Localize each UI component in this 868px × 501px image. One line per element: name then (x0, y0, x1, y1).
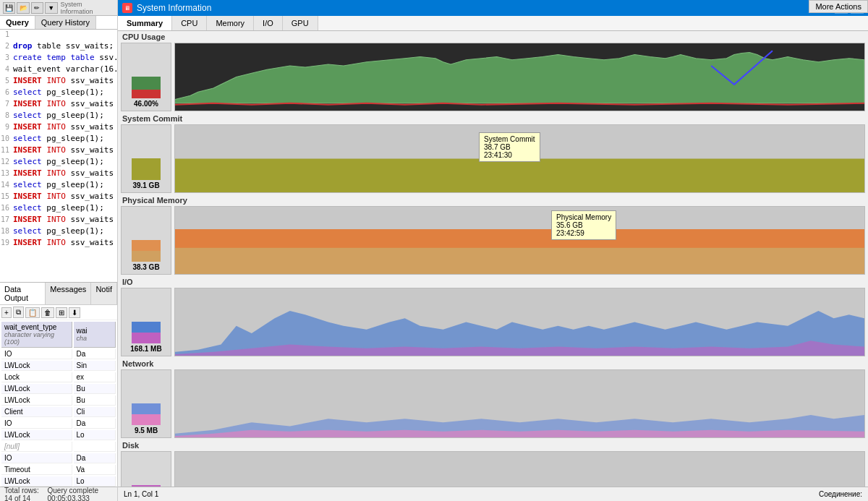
table-row: LWLockLo (1, 476, 116, 487)
filter-btn[interactable]: ▼ (45, 2, 57, 14)
download-btn[interactable]: ⬇ (69, 307, 80, 318)
code-editor[interactable]: 1 2drop table ssv_waits; 3create temp ta… (0, 30, 117, 282)
limit-label: System Information (61, 1, 115, 15)
cpu-value: 46.00% (134, 100, 158, 108)
query-tabs: Query Query History (0, 16, 117, 30)
app-icon: 🖥 (122, 3, 132, 13)
cell-type: LWLock (1, 384, 72, 394)
filter2-btn[interactable]: ⊞ (56, 307, 67, 318)
system-commit-section: System Commit 39.1 GB System Commit (118, 113, 868, 193)
editor-toolbar: 💾 📂 ✏ ▼ System Information (0, 0, 117, 16)
cell-type: Timeout (1, 465, 72, 475)
network-value: 9.5 MB (135, 427, 158, 434)
cell-wait: Sin (74, 361, 116, 371)
cell-type: LWLock (1, 361, 72, 371)
pencil-btn[interactable]: ✏ (31, 2, 43, 14)
more-actions-btn[interactable]: More Actions (809, 0, 868, 13)
table-row: ClientCli (1, 407, 116, 417)
paste-btn[interactable]: 📋 (25, 307, 40, 318)
physical-memory-tooltip: Physical Memory 35.6 GB 23:42:59 (551, 210, 616, 240)
table-row: IODa (1, 419, 116, 429)
network-section: Network 9.5 MB (118, 358, 868, 438)
sysinfo-title: System Information (137, 3, 211, 13)
col-header-name: wait_event_type (4, 323, 69, 331)
tab-summary[interactable]: Summary (118, 16, 172, 30)
col-header-subtype2: cha (77, 335, 112, 342)
svg-rect-2 (175, 159, 864, 193)
cpu-label: CPU Usage (118, 31, 868, 43)
save-btn[interactable]: 💾 (3, 2, 15, 14)
system-commit-legend: 39.1 GB (121, 124, 171, 193)
cpu-color-box (132, 77, 161, 98)
tab-cpu[interactable]: CPU (172, 16, 207, 30)
system-commit-value: 39.1 GB (132, 181, 159, 189)
physical-memory-value: 38.3 GB (132, 263, 159, 271)
data-toolbar: + ⧉ 📋 🗑 ⊞ ⬇ (0, 305, 117, 320)
table-row: LWLockSin (1, 361, 116, 371)
query-status: Query complete 00:05:03.333 (48, 487, 113, 502)
network-chart-area (174, 369, 865, 438)
cpu-chart-row: 46.00% (118, 43, 868, 111)
open-btn[interactable]: 📂 (17, 2, 29, 14)
cell-type: [null] (1, 442, 72, 452)
tab-gpu[interactable]: GPU (283, 16, 318, 30)
tab-query[interactable]: Query (0, 16, 35, 29)
network-label: Network (118, 358, 868, 369)
tab-io[interactable]: I/O (254, 16, 283, 30)
disk-label: Disk (118, 440, 868, 451)
col-wait[interactable]: wai cha (74, 322, 116, 348)
col-header-subtype: character varying (100) (4, 331, 69, 346)
io-section: I/O 168.1 MB (118, 276, 868, 356)
io-color-box (132, 322, 161, 343)
cell-type: IO (1, 453, 72, 463)
cpu-legend: 46.00% (121, 43, 171, 111)
cell-wait (74, 442, 116, 452)
tab-memory[interactable]: Memory (207, 16, 254, 30)
cell-wait: Lo (74, 476, 116, 487)
disk-chart-row: 63.9 MB (118, 451, 868, 487)
svg-rect-5 (175, 248, 864, 274)
table-row: IODa (1, 453, 116, 463)
tooltip-time: 23:41:30 (484, 151, 535, 159)
delete-btn[interactable]: 🗑 (41, 307, 54, 318)
tab-messages[interactable]: Messages (46, 283, 91, 304)
tab-data-output[interactable]: Data Output (0, 283, 46, 304)
network-chart-row: 9.5 MB (118, 369, 868, 438)
network-color-box (132, 403, 161, 425)
tab-notif[interactable]: Notif (91, 283, 117, 304)
physical-memory-label: Physical Memory (118, 194, 868, 206)
cell-wait: Va (74, 465, 116, 475)
sysinfo-titlebar: 🖥 System Information — □ (118, 0, 868, 16)
sysinfo-content: CPU Usage 46.00% (118, 31, 868, 487)
col-wait-event-type[interactable]: wait_event_type character varying (100) (1, 322, 72, 348)
system-commit-label: System Commit (118, 113, 868, 124)
system-commit-row: 39.1 GB System Commit 38.7 GB 23:41:30 (118, 124, 868, 193)
right-panel: 🖥 System Information — □ More Actions Su… (118, 0, 868, 501)
cell-type: LWLock (1, 430, 72, 440)
table-row: [null] (1, 442, 116, 452)
tooltip-title: System Commit (484, 135, 535, 143)
cell-wait: ex (74, 372, 116, 382)
sysinfo-tabs: Summary CPU Memory I/O GPU (118, 16, 868, 31)
add-row-btn[interactable]: + (1, 307, 12, 318)
io-legend: 168.1 MB (121, 288, 171, 356)
table-row: TimeoutVa (1, 465, 116, 475)
table-row: LWLockBu (1, 384, 116, 394)
data-table-container[interactable]: wait_event_type character varying (100) … (0, 320, 117, 487)
disk-section: Disk 63.9 MB (118, 440, 868, 487)
cpu-section: CPU Usage 46.00% (118, 31, 868, 111)
system-commit-tooltip: System Commit 38.7 GB 23:41:30 (479, 132, 540, 162)
pm-tooltip-title: Physical Memory (556, 213, 611, 221)
copy-btn[interactable]: ⧉ (13, 307, 24, 318)
table-row: LWLockLo (1, 430, 116, 440)
tab-query-history[interactable]: Query History (35, 16, 96, 29)
disk-color-box (132, 485, 161, 487)
cell-type: IO (1, 349, 72, 359)
cell-wait: Da (74, 419, 116, 429)
titlebar-left: 🖥 System Information (122, 3, 211, 13)
bottom-status-bar: Ln 1, Col 1 Соединение: (118, 487, 868, 501)
status-bar: Total rows: 14 of 14 Query complete 00:0… (0, 487, 117, 501)
io-label: I/O (118, 276, 868, 288)
cell-type: LWLock (1, 476, 72, 487)
cell-wait: Lo (74, 430, 116, 440)
